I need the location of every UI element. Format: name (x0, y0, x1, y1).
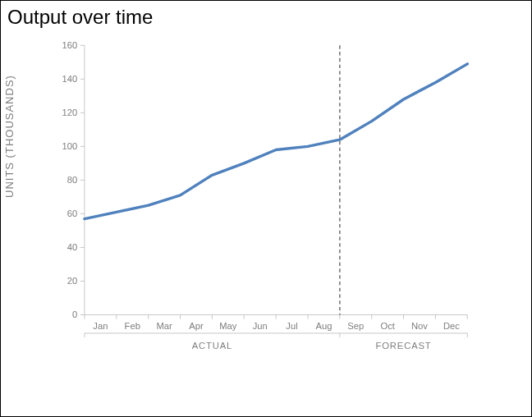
y-tick-label: 100 (62, 141, 78, 151)
x-tick-label: Nov (411, 321, 428, 331)
x-tick-label: Jan (93, 321, 108, 331)
y-tick-label: 20 (67, 276, 77, 286)
data-line (85, 64, 467, 219)
y-axis-label: UNITS (THOUSANDS) (3, 75, 16, 198)
x-tick-label: Mar (156, 321, 172, 331)
y-tick-label: 120 (62, 108, 78, 117)
y-tick-label: 80 (67, 175, 77, 185)
x-tick-label: Jun (253, 321, 268, 331)
y-tick-label: 0 (72, 309, 77, 319)
x-tick-label: Aug (315, 321, 332, 331)
y-tick-label: 140 (62, 74, 78, 84)
y-tick-label: 60 (67, 208, 77, 218)
group-label: FORECAST (376, 341, 432, 351)
x-tick-label: Feb (125, 321, 140, 331)
x-tick-label: Apr (189, 321, 204, 331)
chart-plot: 020406080100120140160JanFebMarAprMayJunJ… (42, 42, 485, 354)
x-tick-label: Jul (286, 321, 297, 331)
x-tick-label: Sep (347, 321, 364, 331)
chart-frame: Output over time UNITS (THOUSANDS) 02040… (0, 0, 532, 417)
group-label: ACTUAL (192, 341, 232, 351)
x-tick-label: Dec (443, 321, 460, 331)
y-tick-label: 40 (67, 242, 77, 252)
x-tick-label: May (219, 321, 237, 331)
x-tick-label: Oct (380, 321, 395, 331)
y-tick-label: 160 (62, 40, 78, 50)
chart-title: Output over time (7, 6, 153, 29)
